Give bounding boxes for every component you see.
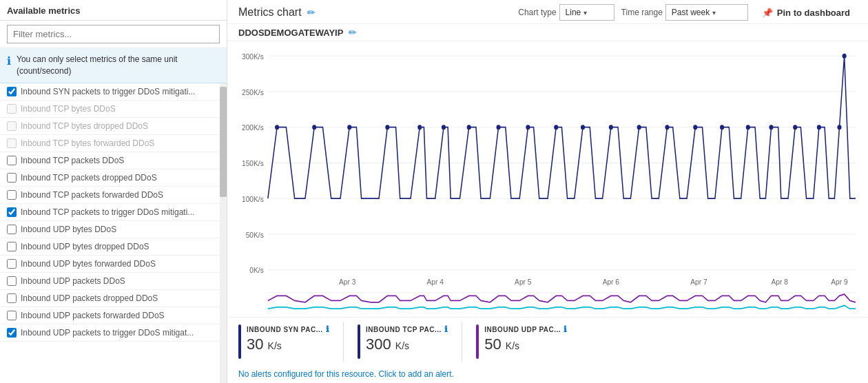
alert-row: No alerts configured for this resource. …	[227, 366, 868, 383]
svg-point-26	[442, 125, 446, 130]
right-panel: Metrics chart ✏ Chart type Line ▾ Time r…	[227, 0, 868, 383]
legend-info-icon[interactable]: ℹ	[444, 324, 448, 334]
metric-label: Inbound UDP bytes DDoS	[21, 225, 116, 234]
list-item[interactable]: Inbound TCP bytes DDoS	[0, 101, 227, 118]
chart-area: 300K/s 250K/s 200K/s 150K/s 100K/s 50K/s…	[227, 41, 868, 317]
metric-checkbox[interactable]	[7, 328, 17, 338]
list-item[interactable]: Inbound TCP packets forwarded DDoS	[0, 187, 227, 204]
chart-header: Metrics chart ✏ Chart type Line ▾ Time r…	[227, 0, 868, 24]
time-range-group: Time range Past week ▾	[621, 4, 748, 21]
time-range-chevron-icon: ▾	[712, 9, 716, 17]
list-item[interactable]: Inbound TCP packets DDoS	[0, 152, 227, 169]
legend-label: INBOUND SYN PAC... ℹ	[247, 324, 329, 334]
metric-checkbox[interactable]	[7, 225, 17, 234]
chart-title: Metrics chart	[238, 6, 302, 19]
metric-checkbox[interactable]	[7, 259, 17, 269]
svg-point-22	[312, 125, 316, 130]
metrics-list-wrap: Inbound SYN packets to trigger DDoS miti…	[0, 83, 227, 383]
filter-metrics-input[interactable]	[7, 25, 220, 43]
list-item[interactable]: Inbound UDP packets to trigger DDoS miti…	[0, 324, 227, 342]
info-banner: ℹ You can only select metrics of the sam…	[0, 48, 227, 83]
metric-checkbox[interactable]	[7, 121, 17, 131]
metric-label: Inbound TCP bytes DDoS	[21, 104, 116, 114]
metric-checkbox[interactable]	[7, 311, 17, 320]
metric-label: Inbound TCP packets forwarded DDoS	[21, 190, 163, 200]
chart-title-wrap: Metrics chart ✏	[238, 6, 316, 19]
legend-unit: K/s	[506, 340, 519, 351]
svg-point-30	[554, 125, 558, 130]
metric-checkbox[interactable]	[7, 242, 17, 251]
svg-text:Apr 6: Apr 6	[603, 277, 619, 286]
list-item[interactable]: Inbound TCP packets dropped DDoS	[0, 169, 227, 187]
chart-type-select[interactable]: Line ▾	[559, 4, 614, 21]
svg-point-24	[385, 125, 389, 130]
svg-point-33	[637, 125, 641, 130]
chart-type-value: Line	[566, 8, 581, 17]
legend-value: 300 K/s	[366, 335, 448, 353]
legend-content: INBOUND UDP PAC... ℹ 50 K/s	[484, 324, 567, 353]
metric-label: Inbound UDP packets dropped DDoS	[21, 293, 158, 303]
svg-point-23	[347, 125, 351, 130]
metric-label: Inbound UDP bytes dropped DDoS	[21, 242, 149, 251]
list-item[interactable]: Inbound UDP bytes DDoS	[0, 221, 227, 238]
svg-text:300K/s: 300K/s	[242, 52, 264, 61]
resource-name: DDOSDEMOGATEWAYIP	[238, 28, 343, 38]
legend-item: INBOUND SYN PAC... ℹ 30 K/s	[238, 322, 344, 362]
legend-value: 50 K/s	[484, 335, 567, 353]
pin-to-dashboard-button[interactable]: 📌 Pin to dashboard	[755, 5, 857, 21]
chart-type-label: Chart type	[518, 8, 556, 17]
scrollbar-thumb[interactable]	[220, 87, 227, 197]
legend-color-bar	[238, 324, 241, 359]
svg-text:100K/s: 100K/s	[242, 194, 264, 203]
list-item[interactable]: Inbound TCP packets to trigger DDoS miti…	[0, 204, 227, 221]
scrollbar-track[interactable]	[220, 83, 227, 383]
legend-info-icon[interactable]: ℹ	[564, 324, 568, 334]
metric-label: Inbound SYN packets to trigger DDoS miti…	[21, 87, 195, 96]
chart-controls: Chart type Line ▾ Time range Past week ▾…	[518, 4, 857, 21]
svg-text:Apr 4: Apr 4	[427, 277, 444, 286]
metric-checkbox[interactable]	[7, 190, 17, 200]
svg-point-37	[746, 125, 750, 130]
metric-checkbox[interactable]	[7, 293, 17, 303]
list-item[interactable]: Inbound TCP bytes forwarded DDoS	[0, 135, 227, 152]
legend-label-text: INBOUND TCP PAC...	[366, 326, 442, 333]
list-item[interactable]: Inbound UDP packets DDoS	[0, 273, 227, 290]
list-item[interactable]: Inbound UDP packets forwarded DDoS	[0, 307, 227, 324]
list-item[interactable]: Inbound UDP bytes dropped DDoS	[0, 238, 227, 256]
list-item[interactable]: Inbound UDP bytes forwarded DDoS	[0, 256, 227, 273]
metric-checkbox[interactable]	[7, 104, 17, 114]
legend-info-icon[interactable]: ℹ	[326, 324, 330, 334]
list-item[interactable]: Inbound TCP bytes dropped DDoS	[0, 118, 227, 135]
list-item[interactable]: Inbound UDP packets dropped DDoS	[0, 290, 227, 307]
chart-type-group: Chart type Line ▾	[518, 4, 614, 21]
metric-checkbox[interactable]	[7, 207, 17, 217]
svg-point-36	[720, 125, 724, 130]
chart-title-edit-icon[interactable]: ✏	[307, 7, 316, 18]
left-panel: Available metrics ℹ You can only select …	[0, 0, 227, 383]
metric-checkbox[interactable]	[7, 156, 17, 165]
legend-item: INBOUND TCP PAC... ℹ 300 K/s	[358, 322, 462, 362]
svg-text:50K/s: 50K/s	[246, 230, 265, 239]
svg-text:Apr 9: Apr 9	[831, 277, 847, 286]
pin-icon: 📌	[762, 8, 773, 18]
metric-checkbox[interactable]	[7, 138, 17, 148]
metric-checkbox[interactable]	[7, 173, 17, 183]
info-banner-text: You can only select metrics of the same …	[17, 54, 220, 77]
available-metrics-header: Available metrics	[0, 0, 227, 21]
metric-checkbox[interactable]	[7, 276, 17, 286]
svg-point-41	[837, 125, 841, 130]
svg-point-25	[417, 125, 422, 130]
metric-checkbox[interactable]	[7, 87, 17, 96]
metrics-chart-svg: 300K/s 250K/s 200K/s 150K/s 100K/s 50K/s…	[238, 41, 857, 317]
alert-link[interactable]: No alerts configured for this resource. …	[238, 369, 454, 379]
legend-number: 300	[366, 335, 391, 353]
svg-text:Apr 5: Apr 5	[515, 277, 531, 286]
metric-label: Inbound UDP packets to trigger DDoS miti…	[21, 328, 194, 338]
svg-point-29	[526, 125, 530, 130]
legend-value: 30 K/s	[247, 335, 329, 353]
metric-label: Inbound TCP bytes dropped DDoS	[21, 121, 148, 131]
resource-edit-icon[interactable]: ✏	[349, 27, 357, 38]
time-range-select[interactable]: Past week ▾	[665, 4, 748, 21]
list-item[interactable]: Inbound SYN packets to trigger DDoS miti…	[0, 83, 227, 101]
svg-point-32	[609, 125, 613, 130]
